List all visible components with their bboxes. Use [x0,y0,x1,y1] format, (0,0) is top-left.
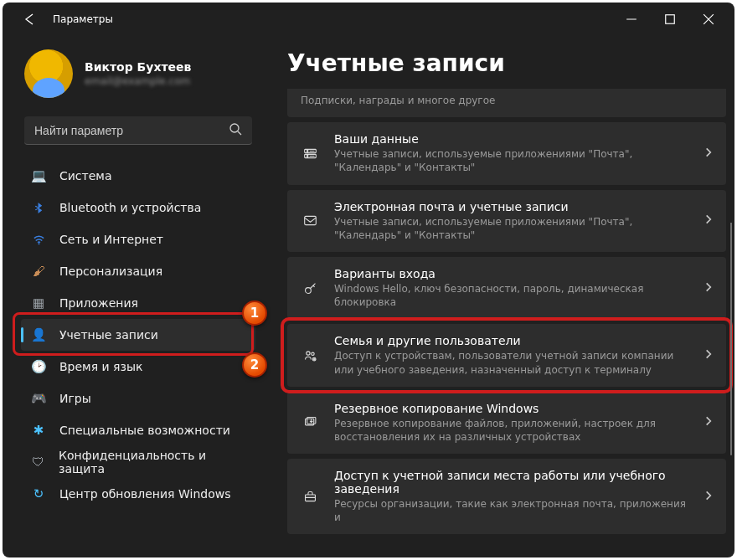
svg-point-6 [307,151,308,152]
sidebar-item-2[interactable]: Сеть и Интернет [21,223,255,255]
card-desc: Резервное копирование файлов, приложений… [334,417,688,444]
settings-card-3[interactable]: Варианты входаWindows Hello, ключ безопа… [287,257,726,319]
card-icon [301,281,319,295]
settings-window: Параметры Виктор Бухтеев email@example.c… [3,3,734,557]
card-icon [301,348,319,362]
user-email: email@example.com [85,75,191,87]
chevron-right-icon [703,415,714,429]
svg-rect-0 [666,15,675,24]
sidebar-item-9[interactable]: 🛡Конфиденциальность и защита [21,446,255,478]
settings-card-4[interactable]: Семья и другие пользователиДоступ к устр… [287,324,726,386]
card-icon [301,146,319,161]
chevron-right-icon [703,490,714,504]
app-title: Параметры [53,13,113,25]
nav-icon [31,234,46,246]
sidebar-item-8[interactable]: ✱Специальные возможности [21,414,255,446]
minimize-button[interactable] [612,6,651,33]
nav-icon: ↻ [31,486,46,501]
card-icon [301,213,319,228]
svg-point-4 [307,156,308,157]
user-block[interactable]: Виктор Бухтеев email@example.com [24,49,257,98]
svg-rect-12 [305,419,313,426]
search-input[interactable] [34,124,229,137]
card-title: Семья и другие пользователи [334,334,688,347]
nav-label: Bluetooth и устройства [59,201,201,214]
settings-card-1[interactable]: Ваши данныеУчетные записи, используемые … [287,122,726,184]
nav-icon: ✱ [31,423,46,438]
nav-label: Центр обновления Windows [59,487,230,501]
settings-card-5[interactable]: Резервное копирование WindowsРезервное к… [287,392,726,454]
sidebar-item-1[interactable]: Bluetooth и устройства [21,192,255,223]
card-desc: Доступ к устройствам, пользователи учетн… [334,349,688,376]
svg-point-2 [38,243,39,244]
nav-label: Специальные возможности [59,424,230,437]
svg-point-9 [306,352,309,355]
nav-label: Система [59,169,111,182]
back-button[interactable] [16,6,43,33]
user-name: Виктор Бухтеев [85,60,191,74]
nav-label: Персонализация [59,265,162,278]
settings-card-0[interactable]: Подписки, награды и многое другое [287,89,726,117]
card-title: Доступ к учетной записи места работы или… [334,469,688,496]
titlebar: Параметры [3,3,734,36]
card-icon [301,490,319,504]
nav-icon: 👤 [31,327,46,342]
sidebar-item-0[interactable]: 💻Система [21,160,255,192]
window-controls [612,6,728,33]
card-title: Варианты входа [334,267,688,280]
sidebar-item-3[interactable]: 🖌Персонализация [21,255,255,287]
nav-icon: 🖌 [31,264,46,279]
nav-icon: 🕑 [31,359,46,374]
chevron-right-icon [703,281,714,295]
search-box[interactable] [24,116,252,145]
nav-label: Приложения [59,296,138,310]
card-icon [301,415,319,429]
card-desc: Учетные записи, используемые приложениям… [334,215,688,242]
nav-icon [31,202,46,214]
card-desc: Ресурсы организации, такие как электронн… [334,497,688,524]
card-title: Резервное копирование Windows [334,402,688,415]
svg-rect-7 [304,217,316,225]
search-icon [229,122,242,139]
svg-point-1 [230,124,239,132]
card-desc: Windows Hello, ключ безопасности, пароль… [334,282,688,309]
settings-card-6[interactable]: Доступ к учетной записи места работы или… [287,459,726,534]
annotation-badge-1: 1 [242,301,267,326]
nav-icon: 💻 [31,168,46,183]
card-title: Электронная почта и учетные записи [334,200,688,213]
sidebar-item-6[interactable]: 🕑Время и язык [21,351,255,383]
nav-icon: ▦ [31,295,46,311]
maximize-button[interactable] [651,6,689,33]
card-desc: Учетные записи, используемые приложениям… [334,147,688,174]
avatar [24,49,73,98]
settings-card-2[interactable]: Электронная почта и учетные записиУчетны… [287,190,726,252]
close-button[interactable] [689,6,728,33]
svg-point-8 [305,287,311,293]
nav-label: Сеть и Интернет [59,233,163,246]
chevron-right-icon [703,213,714,228]
sidebar-item-7[interactable]: 🎮Игры [21,383,255,414]
nav-icon: 🎮 [31,391,46,406]
page-title: Учетные записи [287,49,726,77]
svg-point-10 [311,352,313,355]
card-desc: Подписки, награды и многое другое [301,94,714,107]
nav-label: Учетные записи [59,328,158,342]
nav-label: Игры [59,392,91,405]
nav-label: Время и язык [59,360,142,373]
main-panel: Учетные записи Подписки, награды и много… [262,36,734,557]
chevron-right-icon [703,146,714,161]
scrollbar[interactable] [729,145,732,532]
chevron-right-icon [703,348,714,362]
nav-icon: 🛡 [31,455,45,470]
nav-label: Конфиденциальность и защита [59,449,245,475]
sidebar-item-10[interactable]: ↻Центр обновления Windows [21,478,255,510]
card-title: Ваши данные [334,132,688,146]
sidebar-item-4[interactable]: ▦Приложения [21,287,255,319]
sidebar: Виктор Бухтеев email@example.com 💻Систем… [3,36,262,557]
sidebar-item-5[interactable]: 👤Учетные записи [21,319,255,351]
